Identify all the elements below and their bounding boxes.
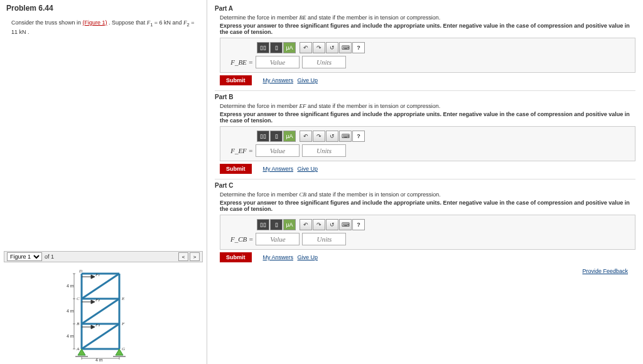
template1-button[interactable]: ▯▯	[257, 219, 269, 230]
svg-marker-14	[91, 325, 95, 329]
value-input[interactable]	[256, 144, 300, 157]
submit-button[interactable]: Submit	[220, 75, 252, 85]
svg-text:F₂: F₂	[95, 297, 100, 302]
value-input[interactable]	[256, 233, 300, 245]
svg-text:D: D	[78, 269, 82, 274]
answer-box: ▯▯ ▯ µA ↶ ↷ ↺ ⌨ ? F_BE =	[220, 38, 635, 73]
redo-button[interactable]: ↷	[313, 42, 325, 53]
svg-text:F: F	[121, 321, 125, 326]
figure-of-text: of 1	[45, 254, 54, 260]
template2-button[interactable]: ▯	[270, 42, 283, 53]
give-up-link[interactable]: Give Up	[298, 77, 318, 83]
template2-button[interactable]: ▯	[270, 219, 283, 230]
svg-line-8	[82, 324, 119, 349]
format-toolbar: ▯▯ ▯ µA ↶ ↷ ↺ ⌨ ?	[257, 131, 630, 142]
express-line: Express your answer to three significant…	[220, 23, 635, 35]
svg-text:F₁: F₁	[95, 272, 100, 277]
redo-button[interactable]: ↷	[313, 131, 325, 142]
problem-title: Problem 6.44	[0, 0, 207, 16]
part-description: Determine the force in member EF and sta…	[220, 103, 635, 109]
reset-button[interactable]: ↺	[326, 42, 338, 53]
svg-marker-10	[91, 275, 95, 279]
undo-button[interactable]: ↶	[300, 42, 312, 53]
part-description: Determine the force in member CB and sta…	[220, 191, 635, 198]
submit-button[interactable]: Submit	[220, 164, 252, 174]
my-answers-link[interactable]: My Answers	[263, 77, 294, 83]
provide-feedback-link[interactable]: Provide Feedback	[582, 268, 628, 274]
give-up-link[interactable]: Give Up	[298, 166, 318, 172]
truss-svg: D C B A E F G F₁ F₂ F₃ 4 m 4 m 4 m 4 m	[57, 267, 151, 361]
units-input[interactable]	[302, 56, 346, 68]
problem-text-prefix: Consider the truss shown in	[11, 19, 83, 26]
redo-button[interactable]: ↷	[313, 219, 325, 230]
svg-text:A: A	[76, 346, 80, 351]
format-toolbar: ▯▯ ▯ µA ↶ ↷ ↺ ⌨ ?	[257, 219, 630, 230]
part-title: Part B	[215, 94, 635, 100]
svg-line-6	[82, 274, 119, 299]
problem-text-mid: . Suppose that	[109, 19, 147, 26]
part-title: Part C	[215, 182, 635, 189]
answer-box: ▯▯ ▯ µA ↶ ↷ ↺ ⌨ ? F_EF =	[220, 126, 635, 161]
figure-canvas: D C B A E F G F₁ F₂ F₃ 4 m 4 m 4 m 4 m	[4, 264, 203, 364]
help-button[interactable]: ?	[352, 42, 365, 53]
figure-prev-button[interactable]: <	[178, 252, 188, 261]
f1-eq: = 6 kN and	[153, 19, 183, 26]
submit-button[interactable]: Submit	[220, 252, 252, 262]
undo-button[interactable]: ↶	[300, 219, 312, 230]
units-input[interactable]	[302, 233, 346, 245]
figure-selector[interactable]: Figure 1	[7, 252, 42, 261]
force-label: F_BE =	[230, 58, 253, 66]
force-label: F_CB =	[230, 235, 253, 243]
keyboard-button[interactable]: ⌨	[339, 131, 352, 142]
help-button[interactable]: ?	[352, 219, 365, 230]
mu-a-button[interactable]: µA	[283, 131, 296, 142]
svg-marker-12	[91, 300, 95, 304]
template1-button[interactable]: ▯▯	[257, 131, 269, 142]
keyboard-button[interactable]: ⌨	[339, 42, 352, 53]
template2-button[interactable]: ▯	[270, 131, 283, 142]
answer-box: ▯▯ ▯ µA ↶ ↷ ↺ ⌨ ? F_CB =	[220, 215, 635, 250]
figure-toolbar: Figure 1 of 1 < >	[4, 251, 203, 262]
format-toolbar: ▯▯ ▯ µA ↶ ↷ ↺ ⌨ ?	[257, 42, 630, 53]
svg-text:G: G	[122, 346, 125, 351]
part-title: Part A	[215, 5, 635, 12]
svg-text:F₃: F₃	[95, 323, 100, 328]
give-up-link[interactable]: Give Up	[298, 254, 318, 260]
reset-button[interactable]: ↺	[326, 131, 338, 142]
units-input[interactable]	[302, 144, 346, 157]
svg-text:4 m: 4 m	[67, 309, 74, 313]
mu-a-button[interactable]: µA	[283, 42, 296, 53]
svg-text:4 m: 4 m	[67, 334, 74, 338]
reset-button[interactable]: ↺	[326, 219, 338, 230]
template1-button[interactable]: ▯▯	[257, 42, 269, 53]
my-answers-link[interactable]: My Answers	[263, 254, 294, 260]
keyboard-button[interactable]: ⌨	[339, 219, 352, 230]
svg-text:B: B	[77, 321, 80, 326]
undo-button[interactable]: ↶	[300, 131, 312, 142]
svg-text:C: C	[77, 296, 80, 301]
svg-text:4 m: 4 m	[67, 284, 74, 288]
problem-statement: Consider the truss shown in (Figure 1) .…	[0, 16, 207, 43]
express-line: Express your answer to three significant…	[220, 111, 635, 124]
svg-text:E: E	[121, 296, 125, 301]
value-input[interactable]	[256, 56, 300, 68]
figure-next-button[interactable]: >	[190, 252, 200, 261]
help-button[interactable]: ?	[352, 131, 365, 142]
force-label: F_EF =	[230, 147, 253, 154]
svg-line-7	[82, 299, 119, 324]
express-line: Express your answer to three significant…	[220, 200, 635, 212]
part-description: Determine the force in member BE and sta…	[220, 14, 635, 21]
mu-a-button[interactable]: µA	[283, 219, 296, 230]
figure-link[interactable]: (Figure 1)	[83, 19, 107, 26]
my-answers-link[interactable]: My Answers	[263, 166, 294, 172]
